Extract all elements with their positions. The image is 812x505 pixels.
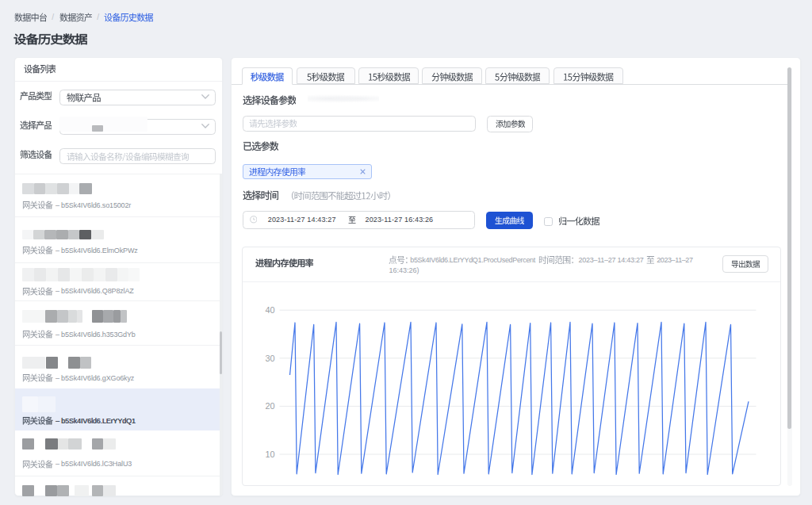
svg-text:40: 40: [265, 305, 274, 315]
svg-text:10: 10: [265, 449, 274, 458]
svg-text:30: 30: [265, 353, 274, 362]
svg-text:20: 20: [265, 401, 274, 411]
